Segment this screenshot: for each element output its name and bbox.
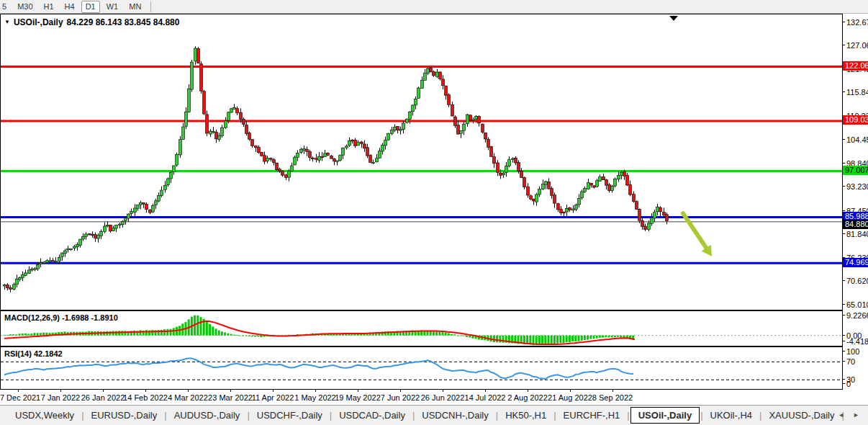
level-price-label: 109.038 [843, 115, 868, 125]
macd-canvas[interactable] [1, 311, 842, 346]
time-axis-label: 19 May 2022 [335, 393, 381, 402]
chart-tab-usdchf-daily[interactable]: USDCHF-,Daily [250, 407, 329, 424]
scroll-marker-icon [669, 16, 678, 21]
price-axis-tick: 127.060 [843, 41, 868, 49]
trend-arrow-annotation[interactable] [683, 213, 712, 256]
time-axis-tick [358, 390, 358, 392]
price-axis[interactable]: 132.670127.060121.450115.840110.230104.4… [843, 14, 868, 310]
rsi-axis-tick: 100 [843, 347, 859, 355]
time-axis-label: 7 Jan 2022 [41, 393, 80, 402]
level-price-label: 97.007 [843, 166, 868, 175]
macd-axis-tick: -4.4188 [843, 337, 868, 345]
time-axis-label: 2 Aug 2022 [507, 393, 548, 402]
price-axis-tick: 81.840 [843, 230, 868, 238]
chart-tab-usdcad-daily[interactable]: USDCAD-,Daily [333, 407, 412, 424]
chart-tab-eurchf-h1[interactable]: EURCHF-,H1 [557, 407, 627, 424]
macd-pane[interactable]: MACD(12,26,9) -1.6988 -1.8910 [0, 310, 843, 346]
mt4-window: 5M30H1H4D1W1MN ▼ USOil-,Daily 84.229 86.… [0, 0, 868, 425]
chart-tab-hk50-h1[interactable]: HK50-,H1 [499, 407, 553, 424]
time-axis-label: 14 Jul 2022 [465, 393, 506, 402]
time-axis-tick [485, 390, 486, 392]
chart-tab-ukoil-h4[interactable]: UKOil-,H4 [704, 407, 759, 424]
time-axis-label: 17 Dec 2021 [0, 393, 40, 402]
timeframe-button-H4[interactable]: H4 [60, 1, 79, 13]
price-axis-tick: 93.230 [843, 182, 868, 190]
macd-axis-tick: 9.2266 [843, 311, 868, 319]
time-axis-tick [612, 390, 613, 392]
chart-tab-usdx-weekly[interactable]: USDX,Weekly [9, 407, 81, 424]
time-axis-label: 23 Mar 2022 [208, 393, 253, 402]
time-axis-tick [528, 390, 528, 392]
price-axis-tick: 132.670 [843, 18, 868, 26]
price-axis-tick: 104.450 [843, 135, 868, 143]
time-axis-label: 7 Jun 2022 [381, 393, 420, 402]
rsi-line [4, 358, 633, 379]
toolbar-separator [150, 1, 151, 12]
rsi-label: RSI(14) 42.1842 [4, 349, 63, 358]
time-axis-label: 4 Mar 2022 [168, 393, 208, 402]
candles-layer [4, 46, 669, 292]
tabbar-scroll-right-icon[interactable]: ► [853, 411, 859, 419]
time-axis-tick [230, 390, 231, 392]
timeframe-button-5[interactable]: 5 [0, 1, 11, 13]
time-axis-label: 11 Apr 2022 [252, 393, 294, 402]
rsi-pane[interactable]: RSI(14) 42.1842 [0, 346, 843, 390]
time-axis-tick [145, 390, 146, 392]
timeframe-button-M30[interactable]: M30 [13, 1, 37, 13]
chart-tab-audusd-daily[interactable]: AUDUSD-,Daily [168, 407, 247, 424]
time-axis-tick [103, 390, 104, 392]
chart-tab-usdcnh-daily[interactable]: USDCNH-,Daily [415, 407, 494, 424]
chart-tab-usoil-daily[interactable]: USOil-,Daily [630, 407, 700, 424]
rsi-axis-tick: 0 [843, 380, 851, 388]
time-axis-tick [315, 390, 316, 392]
tabbar-scrollers: ◄ ► [838, 411, 859, 419]
rsi-canvas[interactable] [1, 347, 842, 389]
time-axis-tick [188, 390, 189, 392]
time-axis-tick [443, 390, 443, 392]
chart-window: ▼ USOil-,Daily 84.229 86.143 83.845 84.8… [0, 14, 868, 405]
time-axis-label: 26 Jun 2022 [421, 393, 465, 402]
time-axis[interactable]: 17 Dec 20217 Jan 202226 Jan 202214 Feb 2… [0, 390, 843, 405]
timeframe-button-D1[interactable]: D1 [81, 1, 100, 13]
rsi-axis: 10070300 [843, 346, 868, 390]
price-chart-canvas[interactable] [1, 14, 842, 310]
timeframe-button-H1[interactable]: H1 [40, 1, 58, 13]
chart-tab-xauusd-daily[interactable]: XAUUSD-,Daily [762, 407, 841, 424]
price-axis-tick: 115.840 [843, 88, 868, 96]
time-axis-tick [400, 390, 401, 392]
timeframe-button-W1[interactable]: W1 [102, 1, 123, 13]
tabbar-scroll-left-icon[interactable]: ◄ [838, 411, 844, 419]
timeframe-button-MN[interactable]: MN [125, 1, 145, 13]
time-axis-label: 8 Sep 2022 [592, 393, 633, 402]
rsi-axis-tick: 70 [843, 357, 855, 365]
level-price-label: 122.064 [843, 61, 868, 71]
price-pane[interactable]: ▼ USOil-,Daily 84.229 86.143 83.845 84.8… [0, 14, 843, 310]
time-axis-label: 14 Feb 2022 [123, 393, 168, 402]
time-axis-tick [570, 390, 571, 392]
time-axis-label: 26 Jan 2022 [81, 393, 125, 402]
time-axis-label: 21 Aug 2022 [548, 393, 592, 402]
timeframe-toolbar: 5M30H1H4D1W1MN [0, 0, 868, 14]
time-axis-label: 1 May 2022 [294, 393, 335, 402]
level-price-label: 74.969 [843, 258, 868, 267]
chart-tab-eurusd-daily[interactable]: EURUSD-,Daily [85, 407, 164, 424]
time-axis-tick [60, 390, 61, 392]
time-axis-tick [18, 390, 19, 392]
macd-label: MACD(12,26,9) -1.6988 -1.8910 [4, 313, 118, 322]
macd-axis: 9.22660.00-4.4188 [843, 310, 868, 346]
price-axis-tick: 65.010 [843, 300, 868, 308]
price-axis-tick: 70.620 [843, 277, 868, 285]
axis-corner [843, 390, 868, 405]
time-axis-tick [273, 390, 273, 392]
current-price-label: 84.880 [843, 220, 868, 229]
chart-tabs: USDX,Weekly|EURUSD-,Daily|AUDUSD-,Daily|… [0, 405, 868, 424]
